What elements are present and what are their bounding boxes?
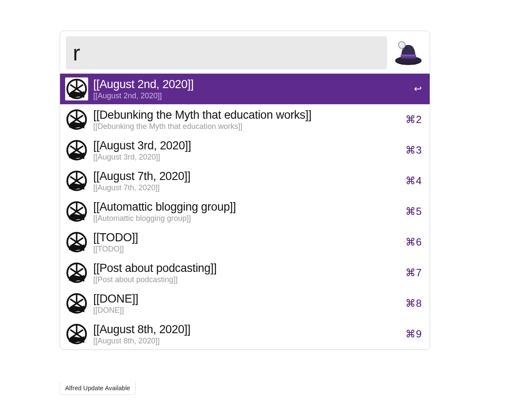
result-text: [[August 2nd, 2020]] [[August 2nd, 2020]… <box>93 78 400 100</box>
result-text: [[Debunking the Myth that education work… <box>93 109 400 131</box>
enter-key-icon: ↩ <box>405 83 422 94</box>
svg-point-6 <box>399 43 405 48</box>
keyboard-shortcut: ⌘3 <box>405 144 422 156</box>
result-title: [[Automattic blogging group]] <box>93 200 400 214</box>
keyboard-shortcut: ⌘5 <box>405 206 422 217</box>
roam-logo-icon <box>65 261 88 284</box>
result-subtitle: [[Post about podcasting]] <box>93 275 400 284</box>
roam-logo-icon <box>65 169 88 192</box>
keyboard-shortcut: ⌘6 <box>405 236 422 248</box>
roam-logo-icon <box>65 323 88 346</box>
result-subtitle: [[Automattic blogging group]] <box>93 214 400 223</box>
result-subtitle: [[August 2nd, 2020]] <box>93 91 400 100</box>
result-title: [[TODO]] <box>93 231 400 244</box>
result-title: [[August 2nd, 2020]] <box>93 78 400 91</box>
result-text: [[DONE]] [[DONE]] <box>93 292 400 315</box>
result-item[interactable]: [[Automattic blogging group]] [[Automatt… <box>60 196 430 227</box>
roam-logo-icon <box>65 77 88 100</box>
result-item[interactable]: [[August 7th, 2020]] [[August 7th, 2020]… <box>60 166 430 196</box>
result-text: [[August 3rd, 2020]] [[August 3rd, 2020]… <box>93 139 400 162</box>
roam-logo-icon <box>65 231 88 254</box>
result-title: [[Debunking the Myth that education work… <box>93 109 400 122</box>
result-title: [[DONE]] <box>93 292 400 306</box>
result-text: [[Post about podcasting]] [[Post about p… <box>93 262 400 284</box>
roam-logo-icon <box>65 108 88 131</box>
result-item[interactable]: [[TODO]] [[TODO]] ⌘6 <box>60 227 430 257</box>
update-available-badge[interactable]: Alfred Update Available <box>60 382 136 395</box>
result-title: [[August 3rd, 2020]] <box>93 139 400 152</box>
result-text: [[August 8th, 2020]] [[August 8th, 2020]… <box>93 323 400 346</box>
search-row <box>60 31 430 74</box>
result-title: [[August 8th, 2020]] <box>93 323 400 336</box>
result-subtitle: [[August 7th, 2020]] <box>93 183 400 192</box>
keyboard-shortcut: ⌘8 <box>405 297 422 309</box>
alfred-window: [[August 2nd, 2020]] [[August 2nd, 2020]… <box>60 31 430 350</box>
result-title: [[Post about podcasting]] <box>93 262 400 275</box>
keyboard-shortcut: ⌘2 <box>405 114 422 126</box>
svg-point-7 <box>400 43 402 44</box>
keyboard-shortcut: ⌘4 <box>405 175 422 187</box>
search-input-wrap[interactable] <box>66 36 387 69</box>
result-text: [[August 7th, 2020]] [[August 7th, 2020]… <box>93 170 400 192</box>
result-item[interactable]: [[Debunking the Myth that education work… <box>60 104 430 135</box>
result-item[interactable]: [[August 8th, 2020]] [[August 8th, 2020]… <box>60 319 430 349</box>
result-subtitle: [[August 3rd, 2020]] <box>93 153 400 162</box>
keyboard-shortcut: ⌘7 <box>405 267 422 279</box>
result-text: [[Automattic blogging group]] [[Automatt… <box>93 200 400 223</box>
roam-logo-icon <box>65 139 88 162</box>
roam-logo-icon <box>65 292 88 315</box>
result-item[interactable]: [[DONE]] [[DONE]] ⌘8 <box>60 288 430 319</box>
result-title: [[August 7th, 2020]] <box>93 170 400 183</box>
keyboard-shortcut: ⌘9 <box>405 328 422 340</box>
result-item[interactable]: [[August 3rd, 2020]] [[August 3rd, 2020]… <box>60 135 430 166</box>
results-list: [[August 2nd, 2020]] [[August 2nd, 2020]… <box>60 74 430 349</box>
result-text: [[TODO]] [[TODO]] <box>93 231 400 254</box>
roam-logo-icon <box>65 200 88 223</box>
result-subtitle: [[Debunking the Myth that education work… <box>93 122 400 131</box>
result-item[interactable]: [[August 2nd, 2020]] [[August 2nd, 2020]… <box>60 74 430 104</box>
search-input[interactable] <box>73 40 380 66</box>
result-subtitle: [[TODO]] <box>93 245 400 254</box>
result-subtitle: [[August 8th, 2020]] <box>93 337 400 346</box>
result-subtitle: [[DONE]] <box>93 306 400 315</box>
svg-rect-3 <box>401 54 416 56</box>
result-item[interactable]: [[Post about podcasting]] [[Post about p… <box>60 257 430 288</box>
alfred-hat-icon <box>393 37 424 68</box>
